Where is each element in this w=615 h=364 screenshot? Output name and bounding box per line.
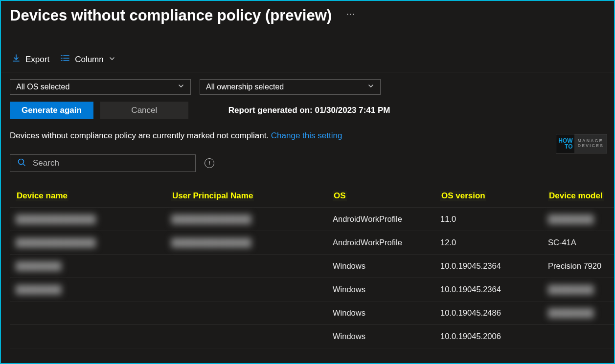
cell-device-name: ████████ (10, 285, 171, 294)
col-os-version[interactable]: OS version (440, 191, 486, 201)
change-setting-link[interactable]: Change this setting (271, 131, 342, 140)
ownership-filter-value: All ownership selected (206, 83, 284, 91)
cell-device-name: ██████████████ (10, 238, 171, 247)
cell-os-version: 12.0 (440, 238, 548, 247)
cell-os-version: 10.0.19045.2006 (440, 332, 548, 341)
cell-device-model: Precision 7920 (548, 261, 614, 271)
table-row[interactable]: ████████████████████████████AndroidWorkP… (10, 231, 614, 255)
cell-os-version: 10.0.19045.2364 (440, 285, 548, 294)
os-filter-value: All OS selected (16, 83, 69, 91)
cell-device-model: ████████ (548, 285, 614, 294)
cell-device-name: ████████ (10, 261, 171, 271)
cell-os-version: 11.0 (440, 214, 548, 224)
cell-device-model: ████████ (548, 308, 614, 318)
os-filter-dropdown[interactable]: All OS selected (10, 79, 191, 95)
report-timestamp: Report generated on: 01/30/2023 7:41 PM (228, 106, 390, 115)
info-icon[interactable]: i (205, 158, 214, 168)
cell-device-model: ████████ (548, 214, 614, 224)
table-header: Device name User Principal Name OS OS ve… (10, 188, 614, 208)
table-row[interactable]: Windows10.0.19045.2486████████ (10, 301, 614, 325)
command-bar: Export Column (1, 27, 614, 72)
watermark-to: TO (565, 144, 572, 150)
export-button[interactable]: Export (12, 54, 49, 65)
devices-table: Device name User Principal Name OS OS ve… (1, 179, 614, 348)
search-box[interactable] (10, 154, 196, 172)
cell-device-name: ██████████████ (10, 214, 171, 224)
cell-upn: ██████████████ (171, 214, 333, 224)
chevron-down-icon (367, 83, 374, 91)
cell-device-model: SC-41A (548, 238, 614, 247)
search-input[interactable] (33, 158, 188, 168)
cell-os: Windows (333, 261, 440, 271)
cell-os: AndroidWorkProfile (333, 238, 440, 247)
cell-os: Windows (333, 332, 440, 341)
export-label: Export (25, 55, 49, 64)
table-row[interactable]: ████████████████████████████AndroidWorkP… (10, 208, 614, 231)
table-row[interactable]: ████████Windows10.0.19045.2364████████ (10, 278, 614, 301)
download-icon (12, 54, 21, 65)
watermark-line2: DEVICES (577, 144, 604, 149)
col-upn[interactable]: User Principal Name (171, 191, 254, 201)
table-row[interactable]: Windows10.0.19045.2006 (10, 325, 614, 348)
col-device-model[interactable]: Device model (548, 191, 604, 201)
generate-again-button[interactable]: Generate again (10, 102, 93, 119)
cell-os-version: 10.0.19045.2486 (440, 308, 548, 318)
column-label: Column (75, 55, 104, 64)
cell-upn: ██████████████ (171, 238, 333, 247)
policy-note: Devices without compliance policy are cu… (1, 126, 614, 150)
watermark: HOW TO MANAGE DEVICES (556, 134, 607, 153)
col-os[interactable]: OS (333, 191, 347, 201)
page-title: Devices without compliance policy (previ… (10, 7, 332, 24)
table-row[interactable]: ████████Windows10.0.19045.2364Precision … (10, 255, 614, 278)
chevron-down-icon (178, 83, 184, 91)
search-icon (17, 158, 26, 169)
cell-os: AndroidWorkProfile (333, 214, 440, 224)
cancel-button[interactable]: Cancel (100, 102, 188, 119)
list-icon (60, 54, 70, 64)
policy-note-text: Devices without compliance policy are cu… (10, 131, 271, 140)
chevron-down-icon (109, 55, 115, 64)
col-device-name[interactable]: Device name (16, 191, 68, 201)
column-button[interactable]: Column (60, 54, 115, 64)
more-icon[interactable]: ··· (346, 9, 355, 19)
svg-line-7 (23, 164, 25, 166)
ownership-filter-dropdown[interactable]: All ownership selected (200, 79, 381, 95)
cell-os: Windows (333, 285, 440, 294)
cell-os: Windows (333, 308, 440, 318)
cell-os-version: 10.0.19045.2364 (440, 261, 548, 271)
